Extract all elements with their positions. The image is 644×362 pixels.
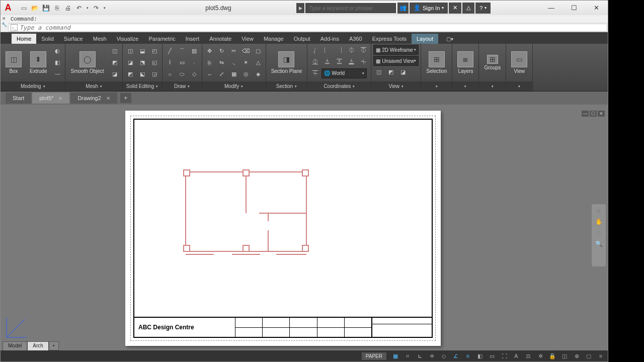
close-icon[interactable]: ✕ [106, 96, 110, 101]
status-anno-icon[interactable]: A [511, 351, 521, 360]
tab-view[interactable]: View [236, 34, 259, 44]
copy-icon[interactable]: ⎘ [204, 57, 215, 68]
panel-title-layers[interactable]: ▾ [452, 81, 478, 91]
panel-title-section[interactable]: Section▾ [266, 81, 307, 91]
file-tab-start[interactable]: Start [6, 93, 31, 104]
tab-manage[interactable]: Manage [259, 34, 289, 44]
line-icon[interactable]: ╱ [165, 46, 176, 56]
fillet-icon[interactable]: ◟ [228, 57, 239, 68]
signin-button[interactable]: 👤 Sign In ▾ [410, 3, 448, 14]
se4[interactable]: ⬓ [137, 46, 148, 56]
tab-a360[interactable]: A360 [344, 34, 367, 44]
panel-title-draw[interactable]: Draw▾ [163, 81, 202, 91]
ucs7[interactable]: ⏃ [321, 56, 333, 67]
array-icon[interactable]: ▦ [228, 69, 239, 79]
hatch-icon[interactable]: ▨ [189, 46, 200, 56]
cmdline-grip[interactable]: ✕🔧 [1, 15, 8, 32]
maximize-button[interactable]: ☐ [562, 1, 585, 15]
status-osnap-icon[interactable]: ◇ [439, 351, 449, 360]
rotate-icon[interactable]: ↻ [216, 46, 227, 56]
ucs6[interactable]: ⏂ [309, 56, 320, 67]
explode-icon[interactable]: ✶ [240, 57, 252, 68]
section-plane-button[interactable]: ◨Section Plane [268, 50, 305, 75]
search-go-button[interactable]: 👥 [397, 3, 409, 14]
minimize-button[interactable]: — [540, 1, 562, 15]
save-icon[interactable]: 💾 [41, 3, 51, 13]
drawing-area[interactable]: — ☐ ✕ [1, 105, 608, 350]
doc-maximize-icon[interactable]: ☐ [590, 111, 597, 117]
status-clean-icon[interactable]: ▢ [584, 351, 594, 360]
mesh-btn1[interactable]: ◫ [109, 46, 120, 56]
open-icon[interactable]: 📂 [30, 3, 40, 13]
new-icon[interactable]: ▭ [19, 3, 29, 13]
redo-drop-icon[interactable]: ▾ [102, 3, 107, 13]
mirror-icon[interactable]: ⇋ [216, 57, 227, 68]
ucs9[interactable]: ⏅ [346, 56, 357, 67]
panel-title-solid-editing[interactable]: Solid Editing▾ [123, 81, 162, 91]
status-space-toggle[interactable]: PAPER [362, 352, 386, 360]
file-tab-plot5[interactable]: plot5*✕ [32, 93, 69, 104]
status-sc-icon[interactable]: ⛶ [499, 351, 509, 360]
saveas-icon[interactable]: ⎘ [52, 3, 62, 13]
se3[interactable]: ◩ [125, 69, 136, 79]
visual-style-dropdown[interactable]: ▦ 2D Wireframe▾ [373, 45, 419, 55]
status-qp-icon[interactable]: ▭ [487, 351, 497, 360]
close-button[interactable]: ✕ [585, 1, 608, 15]
se8[interactable]: ◱ [149, 57, 160, 68]
ucs3[interactable]: ⎹ [334, 45, 345, 55]
sweep-icon[interactable]: 〰 [52, 69, 63, 79]
nav-pan-icon[interactable]: ✋ [595, 218, 603, 225]
mesh-btn3[interactable]: ◪ [109, 69, 120, 79]
layout-tab-arch[interactable]: Arch [27, 341, 49, 350]
arc-icon[interactable]: ⌒ [177, 46, 188, 56]
se7[interactable]: ◰ [149, 46, 160, 56]
ucs8[interactable]: ⏄ [334, 56, 345, 67]
tab-layout[interactable]: Layout [412, 34, 438, 44]
nav-zoom-icon[interactable]: 🔍 [595, 240, 603, 247]
undo-drop-icon[interactable]: ▾ [85, 3, 90, 13]
nav-orbit-icon[interactable]: ⟲ [596, 229, 601, 236]
tab-surface[interactable]: Surface [59, 34, 88, 44]
search-play-icon[interactable]: ▶ [296, 3, 304, 13]
close-icon[interactable]: ✕ [58, 96, 62, 101]
layers-button[interactable]: ≣Layers [454, 50, 476, 75]
help-icon[interactable]: ? ▾ [475, 3, 491, 14]
tab-output[interactable]: Output [289, 34, 315, 44]
command-input-row[interactable]: ›_ [8, 24, 607, 32]
revolve-icon[interactable]: ◐ [52, 46, 63, 56]
panel-title-selection[interactable]: ▾ [421, 81, 452, 91]
rect-icon[interactable]: ▭ [177, 57, 188, 68]
ucs-dropdown[interactable]: 🌐 World▾ [321, 68, 367, 78]
status-polar-icon[interactable]: ✛ [427, 351, 437, 360]
navigation-bar[interactable]: ◉ ✋ ⟲ 🔍 [592, 204, 606, 266]
tab-mesh[interactable]: Mesh [88, 34, 112, 44]
region-icon[interactable]: ◇ [189, 69, 200, 79]
pline-icon[interactable]: ⌇ [165, 57, 176, 68]
ucs10[interactable]: ⏆ [358, 56, 369, 67]
panel-title-view2[interactable]: ▾ [506, 81, 532, 91]
scale-icon[interactable]: ⤢ [216, 69, 227, 79]
smooth-object-button[interactable]: ◯Smooth Object [67, 50, 107, 75]
status-ws-icon[interactable]: ✲ [535, 351, 545, 360]
status-lock-icon[interactable]: 🔒 [547, 351, 557, 360]
se5[interactable]: ⬔ [137, 57, 148, 68]
box-button[interactable]: ◫Box [3, 50, 25, 75]
doc-minimize-icon[interactable]: — [582, 111, 589, 117]
panel-title-groups[interactable]: ▾ [479, 81, 506, 91]
redo-icon[interactable]: ↷ [91, 3, 101, 13]
mod-c[interactable]: ◈ [253, 69, 264, 79]
loft-icon[interactable]: ◧ [52, 57, 63, 68]
groups-button[interactable]: ⊞Groups [481, 54, 504, 71]
status-otrack-icon[interactable]: ∠ [451, 351, 461, 360]
vp3[interactable]: ◪ [397, 67, 409, 77]
command-input[interactable] [20, 24, 605, 31]
se2[interactable]: ◪ [125, 57, 136, 68]
print-icon[interactable]: 🖨 [63, 3, 73, 13]
ucs4[interactable]: ⏀ [346, 45, 357, 55]
status-hw-icon[interactable]: ⊕ [572, 351, 582, 360]
tab-insert[interactable]: Insert [181, 34, 205, 44]
panel-title-modeling[interactable]: Modeling▾ [1, 81, 65, 91]
vp2[interactable]: ◩ [385, 67, 396, 77]
ribbon-extras[interactable]: ▢▾ [442, 34, 457, 44]
offset-icon[interactable]: ◎ [240, 69, 252, 79]
